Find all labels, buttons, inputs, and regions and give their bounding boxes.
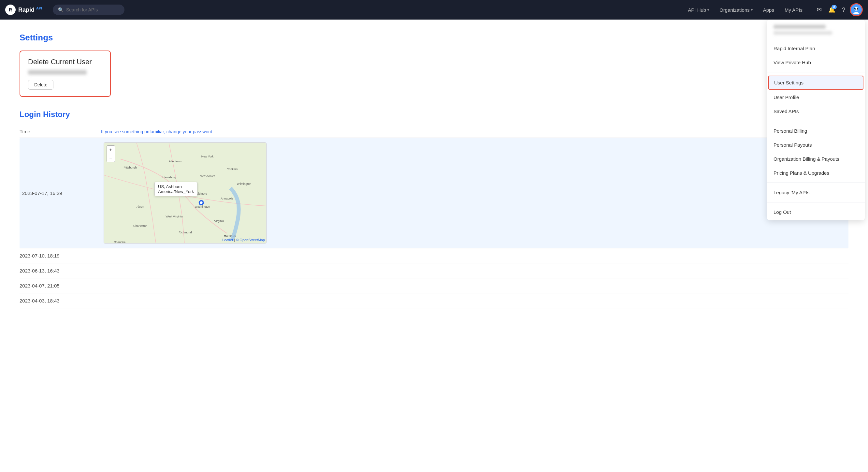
svg-point-3: [857, 8, 858, 9]
dropdown-personal-payouts[interactable]: Personal Payouts: [767, 138, 865, 152]
logo-api-text: API: [36, 6, 42, 10]
dropdown-pricing-plans[interactable]: Pricing Plans & Upgrades: [767, 166, 865, 180]
dropdown-section-logout: Log Out: [767, 204, 865, 220]
notice-column-header: If you see something unfamiliar, change …: [101, 129, 848, 134]
change-password-notice: If you see something unfamiliar, change …: [101, 129, 214, 134]
delete-user-card: Delete Current User Delete: [20, 51, 111, 97]
svg-text:Virginia: Virginia: [214, 219, 224, 223]
logo-text: Rapid API: [18, 6, 42, 13]
dropdown-divider-4: [767, 202, 865, 202]
search-input[interactable]: [66, 7, 119, 12]
dropdown-saved-apis[interactable]: Saved APIs: [767, 104, 865, 118]
notification-badge: 8: [832, 5, 837, 9]
table-row: 2023-04-07, 21:05: [20, 278, 848, 293]
svg-text:Charleston: Charleston: [133, 224, 147, 228]
login-time-value: 2023-07-10, 18:19: [20, 253, 101, 259]
login-time-value: 2023-07-17, 16:29: [22, 190, 103, 196]
nav-organizations[interactable]: Organizations ▾: [715, 5, 757, 15]
svg-text:Annapolis: Annapolis: [221, 197, 234, 200]
map-zoom-in-button[interactable]: +: [106, 145, 115, 154]
dropdown-divider-1: [767, 72, 865, 72]
map-zoom-out-button[interactable]: −: [106, 154, 115, 162]
main-content: Settings Delete Current User Delete Logi…: [0, 20, 868, 472]
dropdown-section-plan: Rapid Internal Plan View Private Hub: [767, 40, 865, 71]
dropdown-rapid-internal-plan[interactable]: Rapid Internal Plan: [767, 41, 865, 55]
table-row: 2023-07-10, 18:19: [20, 248, 848, 263]
logo-icon: R: [5, 5, 16, 15]
map-attribution: Leaflet | © OpenStreetMap: [222, 238, 265, 242]
header: R Rapid API 🔍 API Hub ▾ Organizations ▾ …: [0, 0, 868, 20]
login-history-table: Time If you see something unfamiliar, ch…: [20, 125, 848, 308]
leaflet-link[interactable]: Leaflet: [222, 238, 233, 242]
help-icon[interactable]: ?: [840, 5, 847, 15]
svg-text:Wilmington: Wilmington: [237, 182, 251, 185]
chevron-down-icon-2: ▾: [751, 8, 753, 12]
avatar-button[interactable]: [850, 3, 863, 16]
svg-point-25: [200, 202, 203, 204]
dropdown-divider-3: [767, 182, 865, 183]
login-map-cell: Pittsburgh Allentown New York Harrisburg…: [103, 143, 846, 243]
blurred-username: [28, 70, 87, 75]
map-controls: + −: [106, 145, 115, 162]
map-location-tooltip: US, Ashburn America/New_York: [154, 182, 197, 196]
search-icon: 🔍: [58, 7, 64, 12]
chevron-down-icon: ▾: [707, 8, 709, 12]
dropdown-user-info: [767, 20, 865, 40]
table-row: 2023-07-17, 16:29: [20, 138, 848, 248]
svg-text:New Jersey: New Jersey: [200, 174, 215, 177]
dropdown-section-billing: Personal Billing Personal Payouts Organi…: [767, 123, 865, 181]
dropdown-username-blurred: [774, 25, 826, 29]
avatar-svg: [852, 5, 861, 14]
login-history-title: Login History: [20, 110, 848, 119]
svg-text:Akron: Akron: [136, 205, 144, 208]
svg-text:Washington: Washington: [195, 205, 210, 208]
notification-icon[interactable]: 🔔 8: [826, 4, 837, 15]
table-header-row: Time If you see something unfamiliar, ch…: [20, 125, 848, 138]
dropdown-view-private-hub[interactable]: View Private Hub: [767, 55, 865, 69]
settings-title: Settings: [20, 33, 848, 43]
nav-my-apis[interactable]: My APIs: [780, 5, 807, 15]
dropdown-email-blurred: [774, 31, 832, 34]
map-container: Pittsburgh Allentown New York Harrisburg…: [103, 143, 267, 243]
user-dropdown-menu: Rapid Internal Plan View Private Hub Use…: [767, 20, 865, 220]
dropdown-user-profile[interactable]: User Profile: [767, 90, 865, 104]
dropdown-legacy-my-apis[interactable]: Legacy 'My APIs': [767, 185, 865, 200]
svg-text:Yonkers: Yonkers: [227, 168, 238, 171]
delete-card-title: Delete Current User: [28, 58, 102, 66]
osm-link[interactable]: © OpenStreetMap: [236, 238, 265, 242]
delete-button[interactable]: Delete: [28, 80, 54, 90]
time-column-header: Time: [20, 129, 101, 134]
table-row: 2023-04-03, 18:43: [20, 293, 848, 308]
login-time-value: 2023-06-13, 16:43: [20, 268, 101, 273]
mail-icon[interactable]: ✉: [815, 4, 824, 15]
svg-text:Allentown: Allentown: [169, 160, 182, 163]
dropdown-log-out[interactable]: Log Out: [767, 205, 865, 219]
nav-links: API Hub ▾ Organizations ▾ Apps My APIs: [683, 5, 807, 15]
svg-text:West Virginia: West Virginia: [165, 215, 183, 218]
dropdown-personal-billing[interactable]: Personal Billing: [767, 124, 865, 138]
svg-text:Richmond: Richmond: [179, 231, 192, 234]
svg-text:Pittsburgh: Pittsburgh: [123, 166, 136, 169]
login-time-value: 2023-04-07, 21:05: [20, 283, 101, 289]
dropdown-section-settings: User Settings User Profile Saved APIs: [767, 74, 865, 120]
table-row: 2023-06-13, 16:43: [20, 263, 848, 278]
svg-point-2: [854, 8, 856, 9]
settings-content: Settings Delete Current User Delete Logi…: [0, 20, 868, 472]
svg-text:Harrisburg: Harrisburg: [162, 176, 176, 179]
dropdown-org-billing-payouts[interactable]: Organization Billing & Payouts: [767, 152, 865, 166]
logo: R Rapid API: [5, 5, 48, 15]
dropdown-section-legacy: Legacy 'My APIs': [767, 184, 865, 201]
dropdown-divider-2: [767, 121, 865, 121]
nav-apps[interactable]: Apps: [758, 5, 779, 15]
header-icons: ✉ 🔔 8 ?: [815, 3, 863, 16]
svg-text:Roanoke: Roanoke: [114, 241, 125, 243]
nav-api-hub[interactable]: API Hub ▾: [683, 5, 714, 15]
dropdown-user-settings[interactable]: User Settings: [768, 76, 863, 90]
login-time-value: 2023-04-03, 18:43: [20, 298, 101, 303]
search-bar-container: 🔍: [53, 5, 124, 15]
svg-text:New York: New York: [202, 155, 214, 158]
